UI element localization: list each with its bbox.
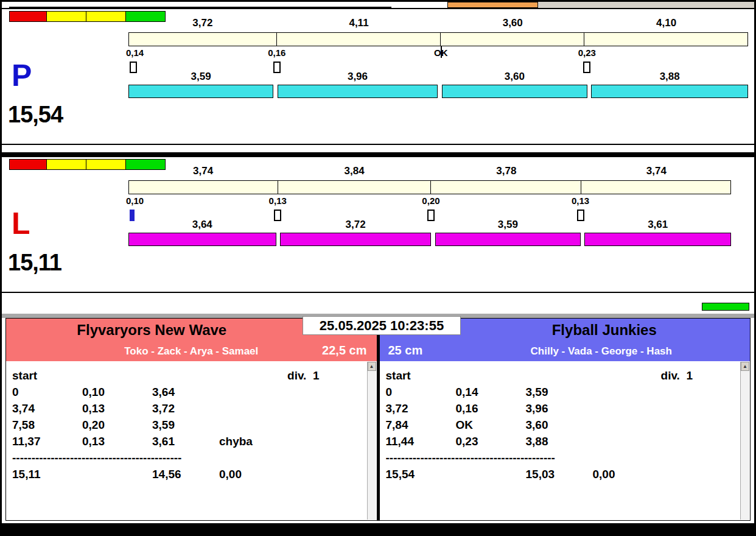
cumulative-time: 3,72 (386, 400, 456, 417)
total-row: 15,11 14,56 0,00 (12, 466, 365, 482)
start-time: 3,74 (128, 165, 278, 177)
division-label: div. 1 (287, 367, 319, 384)
split-time: 3,96 (526, 400, 593, 417)
pass-bar-segment (441, 33, 584, 46)
cumulative-time: 11,44 (386, 433, 456, 450)
pass-mark: 0,16 (268, 48, 285, 58)
pass-bar-segment (581, 181, 730, 194)
start-time: 4,10 (584, 17, 748, 29)
team-total-time: 15,11 (12, 466, 82, 482)
split-time: 3,61 (584, 219, 731, 231)
split-times-row: 3,64 3,72 3,59 3,61 (128, 219, 731, 231)
pass-bar-segment (129, 181, 278, 194)
panel-gap (2, 293, 754, 300)
table-row: 11,37 0,13 3,61 chyba (12, 433, 365, 450)
start-time: 3,72 (128, 17, 277, 29)
start-times-row: 3,72 4,11 3,60 4,10 (128, 17, 748, 29)
pass-time: 0,14 (456, 384, 526, 400)
table-header-row: start div. 1 (386, 367, 738, 384)
split-bar-segment (278, 85, 438, 98)
team-total-time: 15,54 (386, 466, 456, 482)
note (593, 417, 684, 433)
split-time: 3,61 (152, 433, 219, 450)
scroll-up-arrow[interactable]: ▲ (368, 362, 376, 371)
lane-panel-p: P 15,54 3,72 4,11 3,60 4,10 0,14 0,16 OK… (2, 8, 754, 145)
note (593, 384, 684, 400)
pass-times-bar (128, 180, 731, 194)
split-time: 3,59 (152, 417, 219, 433)
lane-total-time: 15,11 (8, 251, 61, 274)
split-time: 3,64 (152, 384, 219, 400)
timing-app-window: P 15,54 3,72 4,11 3,60 4,10 0,14 0,16 OK… (0, 0, 756, 536)
table-row: 3,74 0,13 3,72 (12, 400, 365, 417)
lane-letter: P (12, 60, 32, 91)
split-time: 3,59 (435, 219, 581, 231)
pass-mark: 0,13 (269, 196, 287, 206)
split-times-row: 3,59 3,96 3,60 3,88 (128, 71, 748, 83)
table-scrollbar[interactable]: ▲ (367, 362, 376, 520)
table-row: 3,72 0,16 3,96 (386, 400, 738, 417)
team-panel-left: Flyvaryors New Wave Toko - Zack - Arya -… (5, 318, 377, 521)
pass-mark: OK (434, 48, 448, 58)
scroll-up-arrow[interactable]: ▲ (741, 362, 749, 371)
split-bar-segment (128, 233, 276, 246)
total-row: 15,54 15,03 0,00 (386, 466, 738, 482)
pass-mark: 0,20 (422, 196, 439, 206)
table-row: 0 0,10 3,64 (12, 384, 365, 400)
legend-red-segment (9, 159, 47, 170)
titlebar-fragment (538, 2, 754, 8)
start-time: 3,74 (582, 165, 731, 177)
jump-height-badge: 22,5 cm (322, 344, 366, 358)
team-members: Toko - Zack - Arya - Samael (124, 345, 258, 358)
pass-bar-segment (277, 33, 441, 46)
split-time: 3,59 (128, 71, 273, 83)
start-label: start (386, 367, 411, 384)
empty-cell (82, 466, 152, 482)
penalty: 0,00 (219, 466, 310, 482)
team-panel-right: Flyball Junkies Chilly - Vada - George -… (379, 318, 751, 521)
separator-row: ----------------------------------------… (386, 450, 738, 466)
note (593, 433, 684, 450)
team-subtitle-row: Chilly - Vada - George - Hash 25 cm (380, 341, 751, 361)
cumulative-time: 7,84 (386, 417, 456, 433)
run-table: start div. 1 0 0,10 3,64 3,74 0,13 3,72 (6, 361, 377, 520)
pass-time: 0,23 (456, 433, 526, 450)
lane-total-time: 15,54 (8, 103, 63, 126)
start-times-row: 3,74 3,84 3,78 3,74 (128, 165, 731, 177)
note (219, 400, 310, 417)
ready-indicator (702, 303, 749, 311)
pass-mark: 0,10 (126, 196, 144, 206)
team-subtitle-row: Toko - Zack - Arya - Samael 22,5 cm (6, 341, 377, 361)
note (219, 384, 310, 400)
split-time: 3,60 (526, 417, 593, 433)
cumulative-time: 7,58 (12, 417, 82, 433)
split-time: 3,64 (128, 219, 276, 231)
panel-gap (2, 145, 754, 152)
cumulative-time: 11,37 (12, 433, 82, 450)
split-bar-segment (435, 233, 581, 246)
pass-bar-segment (129, 33, 277, 46)
mid-strip (2, 300, 754, 314)
datetime-display: 25.05.2025 10:23:55 (303, 316, 461, 335)
split-bar-segment (584, 233, 731, 246)
start-time: 4,11 (277, 17, 441, 29)
cumulative-time: 0 (12, 384, 82, 400)
legend-yellow-segment (86, 11, 126, 22)
note (219, 417, 310, 433)
start-time: 3,84 (278, 165, 431, 177)
split-time: 3,96 (278, 71, 438, 83)
toolbar-highlight-fragment (447, 2, 538, 8)
split-bar-segment (128, 85, 273, 98)
note: chyba (219, 433, 310, 450)
split-times-bar (128, 233, 731, 246)
pass-time: 0,10 (82, 384, 152, 400)
bottom-black-bar (2, 521, 754, 534)
legend-red-segment (9, 11, 47, 22)
empty-cell (456, 466, 526, 482)
table-row: 7,58 0,20 3,59 (12, 417, 365, 433)
pass-mark: 0,13 (572, 196, 589, 206)
legend-yellow-segment (46, 11, 86, 22)
table-scrollbar[interactable]: ▲ (740, 362, 749, 520)
split-time: 3,72 (280, 219, 431, 231)
split-bar-segment (280, 233, 431, 246)
